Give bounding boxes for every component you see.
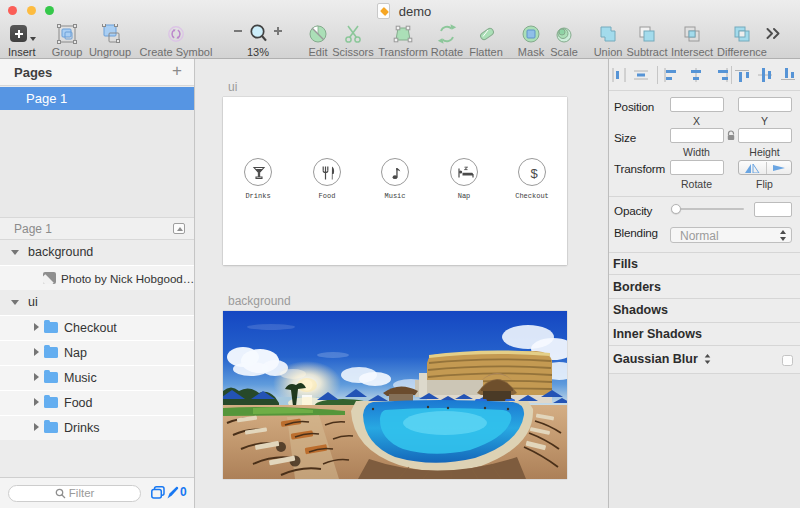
- svg-text:$: $: [530, 166, 538, 181]
